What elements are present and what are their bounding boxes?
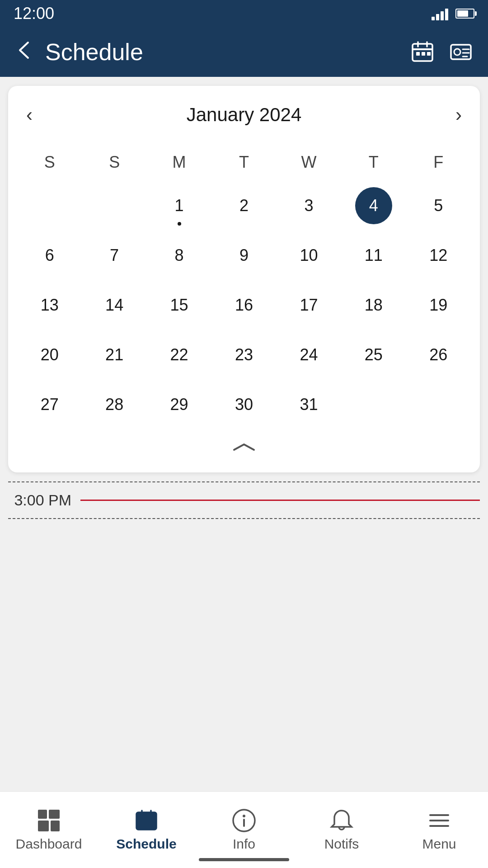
svg-rect-22	[150, 821, 154, 824]
current-time-line	[80, 500, 480, 501]
back-button[interactable]	[14, 39, 36, 65]
svg-rect-1	[413, 48, 432, 50]
header-right	[409, 38, 474, 66]
calendar-cell[interactable]: 21	[82, 332, 146, 377]
calendar-cell[interactable]: 6	[17, 233, 82, 278]
menu-icon	[426, 808, 453, 833]
app-header: Schedule	[0, 27, 488, 77]
home-indicator	[199, 858, 289, 861]
status-time: 12:00	[14, 4, 54, 23]
day-header-sat: S	[82, 148, 146, 176]
calendar-cell[interactable]: 8	[147, 233, 211, 278]
calendar-cell[interactable]: 24	[277, 332, 341, 377]
nav-item-dashboard[interactable]: Dashboard	[0, 808, 98, 852]
calendar-cell[interactable]: 1	[147, 183, 211, 228]
nav-label-dashboard: Dashboard	[16, 836, 82, 852]
calendar-header: ‹ January 2024 ›	[17, 99, 471, 130]
info-icon	[230, 808, 258, 833]
svg-rect-24	[145, 825, 148, 828]
nav-item-menu[interactable]: Menu	[390, 808, 488, 852]
signal-icon	[432, 7, 449, 20]
svg-rect-20	[139, 821, 143, 824]
time-label: 3:00 PM	[8, 491, 71, 509]
schedule-icon	[133, 808, 160, 833]
battery-icon	[455, 9, 474, 19]
calendar-cell[interactable]: 22	[147, 332, 211, 377]
svg-rect-13	[49, 810, 60, 819]
calendar-cell[interactable]: 26	[406, 332, 471, 377]
calendar-card: ‹ January 2024 › S S M T W T F 123456789…	[8, 86, 480, 472]
svg-point-8	[454, 49, 460, 55]
nav-label-info: Info	[233, 836, 255, 852]
status-bar: 12:00	[0, 0, 488, 27]
dashed-line-top	[8, 481, 480, 482]
calendar-cell	[341, 382, 406, 427]
calendar-cell[interactable]: 15	[147, 283, 211, 328]
nav-label-notifs: Notifs	[324, 836, 359, 852]
calendar-cell[interactable]: 25	[341, 332, 406, 377]
calendar-cell[interactable]: 17	[277, 283, 341, 328]
svg-rect-4	[416, 52, 420, 56]
calendar-cell[interactable]: 2	[211, 183, 276, 228]
day-header-wed: W	[277, 148, 341, 176]
dashed-line-bottom	[8, 518, 480, 519]
svg-rect-12	[38, 810, 47, 819]
calendar-cell[interactable]: 27	[17, 382, 82, 427]
nav-item-notifs[interactable]: Notifs	[293, 808, 390, 852]
calendar-cell	[406, 382, 471, 427]
calendar-icon[interactable]	[409, 38, 436, 66]
calendar-cell[interactable]: 16	[211, 283, 276, 328]
day-header-thu: T	[341, 148, 406, 176]
calendar-cell[interactable]: 4	[341, 183, 406, 228]
calendar-cell[interactable]: 20	[17, 332, 82, 377]
nav-label-menu: Menu	[422, 836, 456, 852]
day-header-sun: S	[17, 148, 82, 176]
calendar-cell	[17, 183, 82, 228]
day-header-mon: M	[147, 148, 211, 176]
svg-rect-6	[427, 52, 431, 56]
calendar-cell[interactable]: 29	[147, 382, 211, 427]
status-icons	[432, 7, 474, 20]
svg-rect-14	[38, 821, 49, 831]
nav-item-schedule[interactable]: Schedule	[98, 808, 195, 852]
timeline-area: 3:00 PM	[0, 481, 488, 519]
svg-rect-5	[422, 52, 425, 56]
prev-month-button[interactable]: ‹	[17, 99, 42, 130]
svg-rect-21	[145, 821, 148, 824]
calendar-cell	[82, 183, 146, 228]
calendar-cell[interactable]: 5	[406, 183, 471, 228]
calendar-cell[interactable]: 30	[211, 382, 276, 427]
header-left: Schedule	[14, 38, 143, 66]
next-month-button[interactable]: ›	[446, 99, 471, 130]
svg-rect-17	[136, 817, 156, 819]
svg-rect-23	[139, 825, 143, 828]
calendar-cell[interactable]: 31	[277, 382, 341, 427]
calendar-cell[interactable]: 12	[406, 233, 471, 278]
calendar-cell[interactable]: 3	[277, 183, 341, 228]
dashboard-icon	[35, 808, 62, 833]
calendar-cell[interactable]: 19	[406, 283, 471, 328]
day-header-fri: F	[406, 148, 471, 176]
calendar-day-headers: S S M T W T F	[17, 148, 471, 176]
time-indicator-row: 3:00 PM	[8, 491, 480, 509]
bottom-navigation: Dashboard Schedule Inf	[0, 791, 488, 868]
notifications-icon	[328, 808, 355, 833]
day-header-tue: T	[211, 148, 276, 176]
page-title: Schedule	[45, 38, 143, 66]
calendar-cell[interactable]: 9	[211, 233, 276, 278]
calendar-grid: 1234567891011121314151617181920212223242…	[17, 183, 471, 427]
calendar-cell[interactable]: 13	[17, 283, 82, 328]
calendar-cell[interactable]: 10	[277, 233, 341, 278]
calendar-month-year: January 2024	[187, 104, 302, 126]
nav-label-schedule: Schedule	[116, 836, 176, 852]
nav-item-info[interactable]: Info	[195, 808, 293, 852]
calendar-cell[interactable]: 18	[341, 283, 406, 328]
calendar-cell[interactable]: 23	[211, 332, 276, 377]
id-card-icon[interactable]	[447, 38, 474, 66]
collapse-button[interactable]	[17, 427, 471, 459]
calendar-cell[interactable]: 11	[341, 233, 406, 278]
calendar-cell[interactable]: 28	[82, 382, 146, 427]
calendar-cell[interactable]: 14	[82, 283, 146, 328]
svg-point-26	[243, 815, 245, 817]
calendar-cell[interactable]: 7	[82, 233, 146, 278]
